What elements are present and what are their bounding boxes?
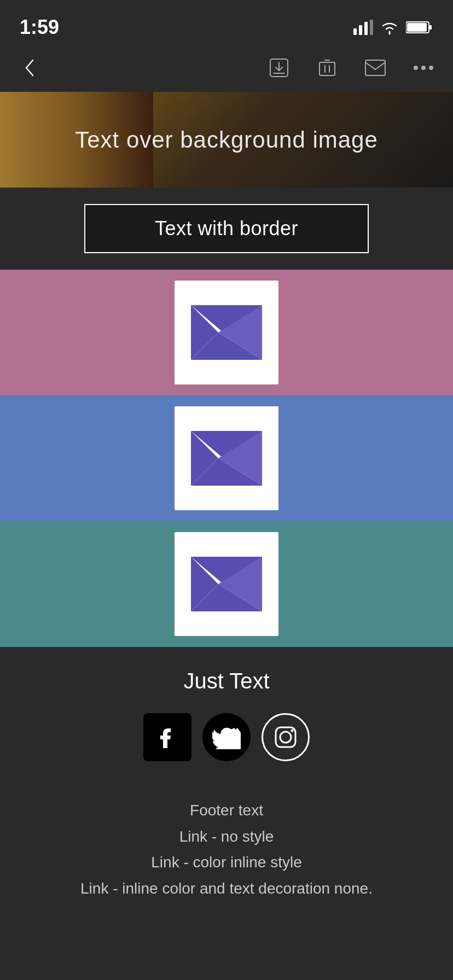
blue-block — [0, 395, 453, 521]
facebook-icon[interactable] — [143, 713, 191, 761]
email-icon-blue — [191, 431, 262, 486]
svg-rect-6 — [407, 23, 427, 32]
svg-rect-2 — [364, 22, 368, 35]
status-time: 1:59 — [20, 16, 59, 39]
status-bar: 1:59 — [0, 0, 453, 44]
svg-point-33 — [291, 730, 294, 732]
email-icon-teal — [191, 557, 262, 611]
top-image-section: Text over background image — [0, 92, 453, 188]
pink-block — [0, 270, 453, 395]
status-icons — [353, 20, 433, 35]
text-border-section: Text with border — [0, 188, 453, 270]
svg-rect-1 — [359, 25, 362, 35]
back-button[interactable] — [18, 56, 42, 80]
toolbar-left — [18, 56, 42, 80]
toolbar-right — [267, 56, 435, 80]
wifi-icon — [380, 20, 399, 35]
social-icons-row — [11, 713, 442, 761]
download-button[interactable] — [267, 56, 291, 80]
email-card-teal — [175, 532, 278, 636]
toolbar — [0, 44, 453, 92]
footer-line-1: Footer text — [11, 797, 442, 824]
footer-line-3[interactable]: Link - color inline style — [11, 849, 442, 876]
instagram-icon[interactable] — [262, 713, 310, 761]
footer-section: Footer text Link - no style Link - color… — [0, 792, 453, 923]
svg-rect-8 — [320, 62, 335, 75]
svg-point-12 — [429, 66, 433, 70]
svg-point-32 — [280, 732, 291, 743]
mail-button[interactable] — [363, 56, 387, 80]
text-border-box: Text with border — [84, 204, 369, 253]
more-button[interactable] — [411, 56, 435, 80]
top-image-text: Text over background image — [75, 127, 378, 153]
svg-point-11 — [421, 66, 426, 70]
text-border-label: Text with border — [155, 217, 298, 240]
delete-button[interactable] — [315, 56, 339, 80]
email-icon-pink — [191, 305, 262, 360]
just-text-label: Just Text — [11, 669, 442, 693]
teal-block — [0, 521, 453, 647]
footer-line-2[interactable]: Link - no style — [11, 824, 442, 850]
svg-rect-3 — [370, 20, 373, 35]
twitter-icon[interactable] — [202, 713, 251, 761]
signal-icon — [353, 20, 373, 35]
email-card-pink — [175, 281, 278, 384]
svg-rect-5 — [429, 25, 432, 30]
svg-rect-0 — [353, 28, 357, 35]
just-text-section: Just Text — [0, 647, 453, 792]
email-card-blue — [175, 406, 278, 510]
svg-rect-9 — [365, 60, 385, 75]
battery-icon — [406, 20, 433, 35]
content: Text with border — [0, 188, 453, 923]
svg-point-10 — [414, 66, 418, 70]
footer-line-4[interactable]: Link - inline color and text decoration … — [11, 876, 442, 902]
